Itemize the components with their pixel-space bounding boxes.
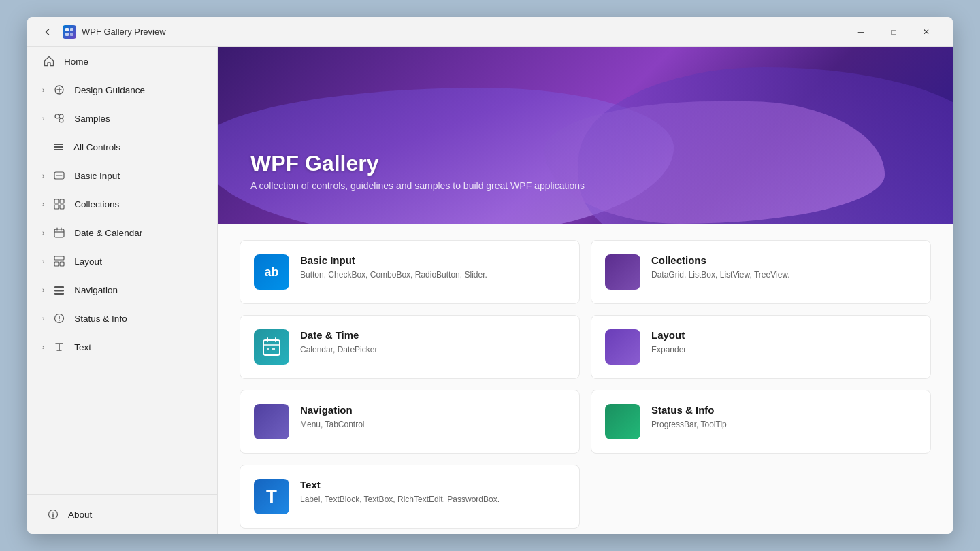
card-date-time[interactable]: Date & Time Calendar, DatePicker — [240, 315, 580, 379]
card-title-navigation: Navigation — [300, 404, 566, 416]
home-icon — [42, 54, 56, 68]
card-info-navigation: Navigation Menu, TabControl — [300, 404, 566, 431]
window-title: WPF Gallery Preview — [82, 27, 166, 37]
sidebar-label-layout: Layout — [74, 256, 202, 267]
all-controls-icon — [52, 140, 65, 154]
card-basic-input[interactable]: ab Basic Input Button, CheckBox, ComboBo… — [240, 240, 580, 304]
card-icon-layout — [605, 329, 640, 365]
svg-rect-14 — [54, 205, 59, 209]
sidebar-label-design: Design Guidance — [74, 85, 202, 95]
sidebar-label-collections: Collections — [74, 199, 202, 210]
sidebar-item-text[interactable]: › Text — [31, 333, 213, 361]
chevron-icon-status: › — [42, 315, 44, 322]
card-desc-status-info: ProgressBar, ToolTip — [651, 418, 917, 431]
sidebar-item-about[interactable]: About — [35, 501, 209, 528]
chevron-icon-layout: › — [42, 258, 44, 265]
card-icon-status-info — [605, 404, 640, 439]
close-button[interactable]: ✕ — [911, 21, 942, 43]
card-desc-basic-input: Button, CheckBox, ComboBox, RadioButton,… — [300, 269, 566, 281]
svg-rect-29 — [272, 348, 275, 350]
svg-point-6 — [59, 118, 63, 122]
hero-banner: WPF Gallery A collection of controls, gu… — [218, 47, 953, 224]
sidebar-item-navigation[interactable]: › Navigation — [31, 276, 213, 303]
sidebar-item-design-guidance[interactable]: › Design Guidance — [31, 76, 213, 103]
sidebar-item-basic-input[interactable]: › Basic Input — [31, 162, 213, 189]
sidebar-item-samples[interactable]: › Samples — [31, 105, 213, 132]
card-info-text: Text Label, TextBlock, TextBox, RichText… — [300, 479, 566, 505]
layout-icon — [52, 254, 66, 268]
svg-point-26 — [52, 512, 54, 513]
sidebar-footer: About — [27, 494, 217, 534]
svg-rect-15 — [60, 205, 64, 209]
card-icon-collections — [605, 254, 640, 290]
ab-text-icon: ab — [264, 265, 278, 280]
hero-text-block: WPF Gallery A collection of controls, gu… — [250, 151, 585, 191]
sidebar-item-all-controls[interactable]: All Controls — [31, 133, 213, 161]
svg-rect-16 — [54, 229, 64, 237]
card-title-collections: Collections — [651, 254, 917, 266]
svg-rect-21 — [54, 290, 64, 292]
app-icon — [63, 25, 76, 39]
card-desc-text: Label, TextBlock, TextBox, RichTextEdit,… — [300, 493, 566, 505]
svg-rect-27 — [263, 340, 280, 355]
text-icon — [52, 340, 66, 354]
hero-subtitle: A collection of controls, guidelines and… — [250, 180, 585, 191]
grid-icon — [616, 255, 630, 289]
card-title-status-info: Status & Info — [651, 404, 917, 416]
svg-rect-17 — [54, 256, 64, 260]
card-info-date-time: Date & Time Calendar, DatePicker — [300, 329, 566, 356]
svg-rect-2 — [65, 33, 69, 36]
chevron-icon-date: › — [42, 229, 44, 237]
card-title-text: Text — [300, 479, 566, 490]
date-icon — [52, 226, 66, 239]
svg-point-5 — [55, 114, 59, 118]
card-info-status-info: Status & Info ProgressBar, ToolTip — [651, 404, 917, 431]
card-icon-basic-input: ab — [254, 254, 289, 290]
card-desc-navigation: Menu, TabControl — [300, 418, 566, 431]
sidebar-item-status-info[interactable]: › Status & Info — [31, 305, 213, 332]
app-window: WPF Gallery Preview ─ □ ✕ Home › — [27, 17, 953, 534]
card-status-info[interactable]: Status & Info ProgressBar, ToolTip — [591, 390, 931, 454]
chevron-icon-samples: › — [42, 115, 44, 122]
card-collections[interactable]: Collections DataGrid, ListBox, ListView,… — [591, 240, 931, 304]
main-content: WPF Gallery A collection of controls, gu… — [218, 47, 953, 534]
titlebar-left: WPF Gallery Preview — [38, 22, 166, 41]
back-button[interactable] — [38, 22, 57, 41]
cards-grid: ab Basic Input Button, CheckBox, ComboBo… — [218, 224, 953, 534]
about-icon — [46, 507, 60, 521]
content-area: Home › Design Guidance › — [27, 47, 953, 534]
hero-wave-3 — [544, 101, 885, 224]
sidebar-item-layout[interactable]: › Layout — [31, 248, 213, 275]
minimize-button[interactable]: ─ — [845, 21, 877, 43]
sidebar-label-basic-input: Basic Input — [74, 171, 202, 181]
card-info-collections: Collections DataGrid, ListBox, ListView,… — [651, 254, 917, 281]
card-layout[interactable]: Layout Expander — [591, 315, 931, 379]
svg-rect-12 — [54, 199, 59, 203]
sidebar-label-status: Status & Info — [74, 314, 202, 324]
sidebar-item-date-calendar[interactable]: › Date & Calendar — [31, 219, 213, 246]
chevron-icon-collections: › — [42, 201, 44, 208]
card-navigation[interactable]: Navigation Menu, TabControl — [240, 390, 580, 454]
sidebar: Home › Design Guidance › — [27, 47, 218, 534]
sidebar-label-date: Date & Calendar — [74, 228, 202, 238]
card-icon-text: T — [254, 479, 289, 514]
design-icon — [52, 83, 66, 97]
svg-rect-3 — [70, 33, 74, 36]
card-desc-collections: DataGrid, ListBox, ListView, TreeView. — [651, 269, 917, 281]
sidebar-item-collections[interactable]: › Collections — [31, 190, 213, 218]
svg-rect-20 — [54, 286, 64, 288]
samples-icon — [52, 112, 66, 125]
chevron-icon-design: › — [42, 86, 44, 94]
sidebar-item-home[interactable]: Home — [31, 48, 213, 75]
layout-box-icon — [617, 331, 628, 363]
sidebar-label-home: Home — [64, 56, 202, 67]
maximize-button[interactable]: □ — [878, 21, 909, 43]
svg-point-7 — [59, 114, 63, 118]
svg-rect-22 — [54, 293, 64, 295]
basic-input-icon — [52, 169, 66, 182]
progress-icon — [617, 405, 628, 439]
svg-rect-1 — [70, 28, 74, 31]
window-controls: ─ □ ✕ — [845, 21, 942, 43]
sidebar-label-all-controls: All Controls — [74, 142, 202, 152]
card-text[interactable]: T Text Label, TextBlock, TextBox, RichTe… — [240, 465, 580, 529]
